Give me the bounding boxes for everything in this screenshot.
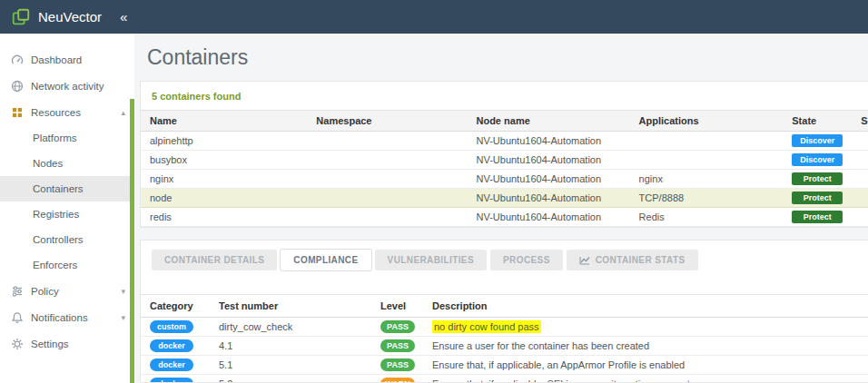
column-header-test-number[interactable]: Test number bbox=[210, 295, 371, 318]
tab-compliance[interactable]: COMPLIANCE bbox=[281, 250, 370, 270]
top-header-bar: NeuVector « bbox=[0, 0, 868, 34]
compliance-row[interactable]: docker 5.1 PASS Ensure that, if applicab… bbox=[141, 356, 868, 375]
cell-scan bbox=[852, 170, 868, 189]
sidebar-item-label: Network activity bbox=[31, 81, 104, 92]
cell-node-name: NV-Ubuntu1604-Automation bbox=[467, 132, 629, 151]
sidebar-item-platforms[interactable]: Platforms bbox=[0, 125, 134, 151]
state-button[interactable]: Protect bbox=[792, 172, 843, 185]
column-header-description[interactable]: Description bbox=[423, 295, 868, 318]
sidebar-item-nodes[interactable]: Nodes bbox=[0, 151, 134, 176]
sidebar-accent-strip bbox=[130, 99, 134, 383]
table-row[interactable]: alpinehttp NV-Ubuntu1604-Automation Disc… bbox=[141, 132, 868, 151]
table-row[interactable]: busybox NV-Ubuntu1604-Automation Discove… bbox=[141, 151, 868, 170]
cell-namespace bbox=[307, 132, 467, 151]
sidebar-item-controllers[interactable]: Controllers bbox=[0, 227, 134, 252]
tab-process[interactable]: PROCESS bbox=[490, 250, 563, 270]
cell-scan bbox=[852, 151, 868, 170]
sidebar-item-label: Containers bbox=[33, 183, 84, 194]
cell-applications: TCP/8888 bbox=[630, 189, 784, 208]
compliance-row[interactable]: docker 5.2 WARN Ensure that, if applicab… bbox=[141, 375, 868, 383]
cell-name: alpinehttp bbox=[141, 132, 307, 151]
sidebar-item-label: Policy bbox=[31, 286, 59, 297]
sidebar-item-policy[interactable]: Policy ▾ bbox=[0, 278, 134, 304]
category-badge: custom bbox=[150, 320, 193, 333]
sidebar-item-label: Resources bbox=[31, 107, 81, 118]
cell-description-highlighted: no dirty cow found pass bbox=[432, 320, 541, 333]
cell-node-name: NV-Ubuntu1604-Automation bbox=[467, 208, 629, 227]
cell-node-name: NV-Ubuntu1604-Automation bbox=[467, 151, 629, 170]
table-row[interactable]: redis NV-Ubuntu1604-Automation Redis Pro… bbox=[141, 208, 868, 227]
sidebar-item-label: Dashboard bbox=[31, 54, 82, 65]
column-header-state[interactable]: State bbox=[783, 111, 852, 132]
sidebar-item-enforcers[interactable]: Enforcers bbox=[0, 252, 134, 278]
cell-test-number: dirty_cow_check bbox=[210, 318, 371, 337]
level-badge: PASS bbox=[380, 339, 415, 352]
cell-scan bbox=[852, 132, 868, 151]
cell-name: nginx bbox=[141, 170, 307, 189]
neuvector-logo-icon bbox=[11, 7, 31, 27]
cell-test-number: 5.1 bbox=[210, 356, 371, 375]
cell-applications bbox=[630, 151, 784, 170]
level-badge: WARN bbox=[380, 378, 415, 383]
tab-label: CONTAINER STATS bbox=[596, 255, 686, 265]
table-row[interactable]: nginx NV-Ubuntu1604-Automation nginx Pro… bbox=[141, 170, 868, 189]
column-header-node-name[interactable]: Node name bbox=[467, 111, 629, 132]
sidebar-item-label: Nodes bbox=[33, 158, 63, 169]
sidebar-collapse-button[interactable]: « bbox=[120, 10, 127, 24]
cell-description: Ensure that, if applicable, an AppArmor … bbox=[423, 356, 868, 375]
sidebar-item-registries[interactable]: Registries bbox=[0, 201, 134, 227]
globe-icon bbox=[11, 80, 31, 93]
tab-vulnerabilities[interactable]: VULNERABILITIES bbox=[375, 250, 487, 270]
cell-name: busybox bbox=[141, 151, 307, 170]
column-header-applications[interactable]: Applications bbox=[630, 111, 784, 132]
brand: NeuVector bbox=[11, 7, 102, 27]
bell-icon bbox=[11, 311, 31, 324]
chevron-up-icon: ▴ bbox=[121, 108, 125, 117]
sidebar-item-resources[interactable]: Resources ▴ bbox=[0, 99, 134, 125]
containers-table-header: Name Namespace Node name Applications St… bbox=[141, 111, 868, 132]
sidebar-item-settings[interactable]: Settings bbox=[0, 330, 134, 357]
cell-description: Ensure that, if applicable, SELinux secu… bbox=[423, 375, 868, 383]
column-header-level[interactable]: Level bbox=[371, 295, 423, 318]
compliance-table: Category Test number Level Description c… bbox=[141, 294, 868, 383]
sidebar-item-network-activity[interactable]: Network activity bbox=[0, 73, 134, 99]
sidebar-item-dashboard[interactable]: Dashboard bbox=[0, 46, 134, 73]
state-button[interactable]: Protect bbox=[792, 211, 843, 223]
cell-name: redis bbox=[141, 208, 307, 227]
sidebar-item-notifications[interactable]: Notifications ▾ bbox=[0, 304, 134, 330]
cell-test-number: 5.2 bbox=[210, 375, 371, 383]
cell-applications: nginx bbox=[630, 170, 784, 189]
tab-container-details[interactable]: CONTAINER DETAILS bbox=[152, 250, 277, 270]
sidebar-item-containers[interactable]: Containers bbox=[0, 176, 134, 201]
tab-container-stats[interactable]: CONTAINER STATS bbox=[567, 250, 698, 270]
containers-card: 5 containers found Name Namespace Node n… bbox=[140, 81, 868, 228]
resources-icon bbox=[11, 106, 31, 119]
column-header-scan[interactable]: Scan bbox=[852, 111, 868, 132]
sidebar-nav: Dashboard Network activity Resources ▴ P… bbox=[0, 34, 134, 383]
state-button[interactable]: Protect bbox=[792, 192, 843, 204]
cell-scan bbox=[852, 208, 868, 227]
column-header-namespace[interactable]: Namespace bbox=[307, 111, 467, 132]
cell-applications: Redis bbox=[630, 208, 784, 227]
brand-name: NeuVector bbox=[38, 9, 102, 25]
chart-icon bbox=[579, 256, 590, 265]
column-header-category[interactable]: Category bbox=[141, 295, 210, 318]
containers-table: Name Namespace Node name Applications St… bbox=[141, 110, 868, 227]
detail-tabs: CONTAINER DETAILS COMPLIANCE VULNERABILI… bbox=[141, 250, 868, 270]
chevron-down-icon: ▾ bbox=[121, 313, 125, 322]
cell-applications bbox=[630, 132, 784, 151]
category-badge: docker bbox=[150, 378, 193, 383]
table-row-selected[interactable]: node NV-Ubuntu1604-Automation TCP/8888 P… bbox=[141, 189, 868, 208]
state-button[interactable]: Discover bbox=[792, 153, 843, 166]
compliance-row[interactable]: docker 4.1 PASS Ensure a user for the co… bbox=[141, 337, 868, 356]
state-button[interactable]: Discover bbox=[792, 134, 843, 147]
compliance-table-header: Category Test number Level Description bbox=[141, 295, 868, 318]
column-header-name[interactable]: Name bbox=[141, 111, 307, 132]
compliance-row[interactable]: custom dirty_cow_check PASS no dirty cow… bbox=[141, 318, 868, 337]
category-badge: docker bbox=[150, 339, 193, 352]
cell-namespace bbox=[307, 208, 467, 227]
dashboard-icon bbox=[11, 54, 31, 66]
detail-card: CONTAINER DETAILS COMPLIANCE VULNERABILI… bbox=[140, 240, 868, 383]
sidebar-item-label: Controllers bbox=[33, 234, 84, 245]
page-title: Containers bbox=[134, 34, 868, 81]
